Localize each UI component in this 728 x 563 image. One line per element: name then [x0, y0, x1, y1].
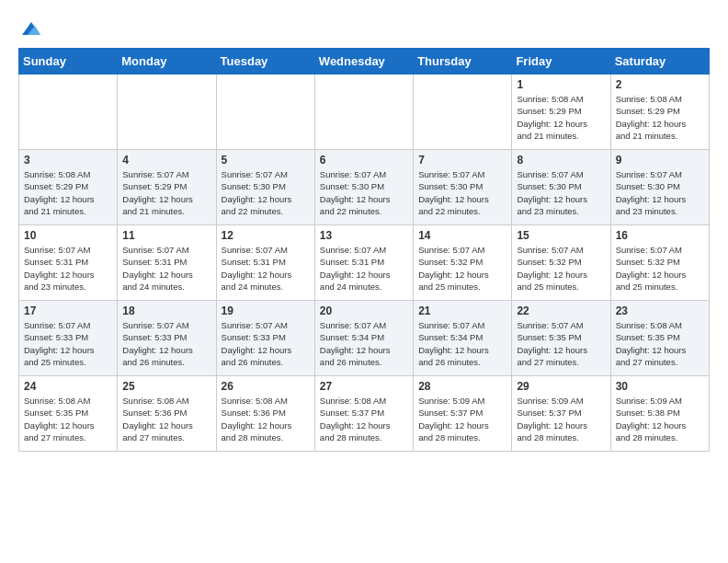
cell-info: Sunrise: 5:07 AM Sunset: 5:30 PM Dayligh…: [320, 168, 408, 217]
day-number: 29: [517, 380, 605, 393]
calendar-cell: 2Sunrise: 5:08 AM Sunset: 5:29 PM Daylig…: [610, 75, 709, 150]
calendar-cell: 9Sunrise: 5:07 AM Sunset: 5:30 PM Daylig…: [610, 150, 709, 225]
day-number: 17: [24, 304, 112, 317]
calendar-cell: 22Sunrise: 5:07 AM Sunset: 5:35 PM Dayli…: [512, 301, 610, 376]
calendar-cell: 25Sunrise: 5:08 AM Sunset: 5:36 PM Dayli…: [118, 376, 216, 452]
day-number: 5: [222, 154, 310, 167]
day-number: 4: [122, 154, 210, 167]
calendar-week-0: 1Sunrise: 5:08 AM Sunset: 5:29 PM Daylig…: [19, 75, 710, 150]
calendar-cell: 14Sunrise: 5:07 AM Sunset: 5:32 PM Dayli…: [414, 225, 512, 301]
day-number: 30: [616, 380, 704, 393]
calendar-cell: 16Sunrise: 5:07 AM Sunset: 5:32 PM Dayli…: [610, 225, 709, 301]
day-number: 26: [222, 380, 310, 393]
day-number: 24: [24, 380, 112, 393]
calendar-cell: [314, 75, 413, 150]
cell-info: Sunrise: 5:08 AM Sunset: 5:29 PM Dayligh…: [24, 168, 112, 217]
weekday-header-thursday: Thursday: [414, 49, 512, 75]
cell-info: Sunrise: 5:07 AM Sunset: 5:33 PM Dayligh…: [24, 319, 112, 368]
weekday-header-sunday: Sunday: [19, 49, 118, 75]
calendar-cell: 23Sunrise: 5:08 AM Sunset: 5:35 PM Dayli…: [610, 301, 709, 376]
calendar-cell: 21Sunrise: 5:07 AM Sunset: 5:34 PM Dayli…: [414, 301, 512, 376]
day-number: 22: [517, 304, 605, 317]
cell-info: Sunrise: 5:07 AM Sunset: 5:29 PM Dayligh…: [122, 168, 210, 217]
calendar-cell: 5Sunrise: 5:07 AM Sunset: 5:30 PM Daylig…: [216, 150, 314, 225]
logo: [18, 18, 40, 35]
calendar-cell: 29Sunrise: 5:09 AM Sunset: 5:37 PM Dayli…: [512, 376, 610, 452]
cell-info: Sunrise: 5:08 AM Sunset: 5:36 PM Dayligh…: [122, 395, 210, 443]
cell-info: Sunrise: 5:07 AM Sunset: 5:31 PM Dayligh…: [122, 244, 210, 293]
calendar-cell: 13Sunrise: 5:07 AM Sunset: 5:31 PM Dayli…: [314, 225, 413, 301]
calendar-week-4: 24Sunrise: 5:08 AM Sunset: 5:35 PM Dayli…: [19, 376, 710, 452]
cell-info: Sunrise: 5:07 AM Sunset: 5:31 PM Dayligh…: [320, 244, 408, 293]
calendar-cell: 27Sunrise: 5:08 AM Sunset: 5:37 PM Dayli…: [314, 376, 413, 452]
cell-info: Sunrise: 5:07 AM Sunset: 5:31 PM Dayligh…: [24, 244, 112, 293]
cell-info: Sunrise: 5:08 AM Sunset: 5:35 PM Dayligh…: [24, 395, 112, 443]
cell-info: Sunrise: 5:07 AM Sunset: 5:32 PM Dayligh…: [517, 244, 605, 293]
day-number: 23: [616, 304, 704, 317]
calendar-cell: 8Sunrise: 5:07 AM Sunset: 5:30 PM Daylig…: [512, 150, 610, 225]
logo-icon: [20, 18, 40, 39]
calendar-cell: 18Sunrise: 5:07 AM Sunset: 5:33 PM Dayli…: [118, 301, 216, 376]
weekday-header-tuesday: Tuesday: [216, 49, 314, 75]
day-number: 11: [122, 229, 210, 242]
weekday-header-saturday: Saturday: [610, 49, 709, 75]
calendar-cell: 10Sunrise: 5:07 AM Sunset: 5:31 PM Dayli…: [19, 225, 118, 301]
calendar-cell: 28Sunrise: 5:09 AM Sunset: 5:37 PM Dayli…: [414, 376, 512, 452]
cell-info: Sunrise: 5:08 AM Sunset: 5:35 PM Dayligh…: [616, 319, 704, 368]
calendar-week-2: 10Sunrise: 5:07 AM Sunset: 5:31 PM Dayli…: [19, 225, 710, 301]
calendar-cell: 6Sunrise: 5:07 AM Sunset: 5:30 PM Daylig…: [314, 150, 413, 225]
cell-info: Sunrise: 5:09 AM Sunset: 5:38 PM Dayligh…: [616, 395, 704, 443]
cell-info: Sunrise: 5:09 AM Sunset: 5:37 PM Dayligh…: [418, 395, 506, 443]
calendar-cell: 7Sunrise: 5:07 AM Sunset: 5:30 PM Daylig…: [414, 150, 512, 225]
calendar-cell: [19, 75, 118, 150]
cell-info: Sunrise: 5:07 AM Sunset: 5:35 PM Dayligh…: [517, 319, 605, 368]
cell-info: Sunrise: 5:07 AM Sunset: 5:32 PM Dayligh…: [616, 244, 704, 293]
calendar-cell: [216, 75, 314, 150]
day-number: 13: [320, 229, 408, 242]
day-number: 1: [517, 78, 605, 91]
calendar-cell: 3Sunrise: 5:08 AM Sunset: 5:29 PM Daylig…: [19, 150, 118, 225]
calendar-cell: 24Sunrise: 5:08 AM Sunset: 5:35 PM Dayli…: [19, 376, 118, 452]
calendar-cell: 17Sunrise: 5:07 AM Sunset: 5:33 PM Dayli…: [19, 301, 118, 376]
calendar-cell: [414, 75, 512, 150]
calendar-cell: 19Sunrise: 5:07 AM Sunset: 5:33 PM Dayli…: [216, 301, 314, 376]
page: SundayMondayTuesdayWednesdayThursdayFrid…: [0, 0, 728, 461]
cell-info: Sunrise: 5:07 AM Sunset: 5:30 PM Dayligh…: [418, 168, 506, 217]
calendar-cell: 11Sunrise: 5:07 AM Sunset: 5:31 PM Dayli…: [118, 225, 216, 301]
cell-info: Sunrise: 5:07 AM Sunset: 5:34 PM Dayligh…: [320, 319, 408, 368]
calendar-cell: 12Sunrise: 5:07 AM Sunset: 5:31 PM Dayli…: [216, 225, 314, 301]
weekday-header-monday: Monday: [118, 49, 216, 75]
cell-info: Sunrise: 5:07 AM Sunset: 5:30 PM Dayligh…: [616, 168, 704, 217]
day-number: 2: [616, 78, 704, 91]
weekday-header-row: SundayMondayTuesdayWednesdayThursdayFrid…: [19, 49, 710, 75]
cell-info: Sunrise: 5:07 AM Sunset: 5:33 PM Dayligh…: [122, 319, 210, 368]
day-number: 12: [222, 229, 310, 242]
calendar-cell: [118, 75, 216, 150]
cell-info: Sunrise: 5:07 AM Sunset: 5:32 PM Dayligh…: [418, 244, 506, 293]
day-number: 19: [222, 304, 310, 317]
cell-info: Sunrise: 5:07 AM Sunset: 5:34 PM Dayligh…: [418, 319, 506, 368]
calendar-cell: 30Sunrise: 5:09 AM Sunset: 5:38 PM Dayli…: [610, 376, 709, 452]
weekday-header-friday: Friday: [512, 49, 610, 75]
cell-info: Sunrise: 5:08 AM Sunset: 5:29 PM Dayligh…: [616, 93, 704, 142]
day-number: 28: [418, 380, 506, 393]
day-number: 25: [122, 380, 210, 393]
cell-info: Sunrise: 5:09 AM Sunset: 5:37 PM Dayligh…: [517, 395, 605, 443]
calendar-week-1: 3Sunrise: 5:08 AM Sunset: 5:29 PM Daylig…: [19, 150, 710, 225]
logo-text: [18, 18, 40, 39]
day-number: 21: [418, 304, 506, 317]
calendar-cell: 1Sunrise: 5:08 AM Sunset: 5:29 PM Daylig…: [512, 75, 610, 150]
calendar-week-3: 17Sunrise: 5:07 AM Sunset: 5:33 PM Dayli…: [19, 301, 710, 376]
calendar-cell: 15Sunrise: 5:07 AM Sunset: 5:32 PM Dayli…: [512, 225, 610, 301]
day-number: 16: [616, 229, 704, 242]
calendar-cell: 4Sunrise: 5:07 AM Sunset: 5:29 PM Daylig…: [118, 150, 216, 225]
calendar-cell: 26Sunrise: 5:08 AM Sunset: 5:36 PM Dayli…: [216, 376, 314, 452]
day-number: 7: [418, 154, 506, 167]
calendar-table: SundayMondayTuesdayWednesdayThursdayFrid…: [18, 48, 710, 452]
day-number: 14: [418, 229, 506, 242]
day-number: 6: [320, 154, 408, 167]
day-number: 3: [24, 154, 112, 167]
weekday-header-wednesday: Wednesday: [314, 49, 413, 75]
cell-info: Sunrise: 5:07 AM Sunset: 5:30 PM Dayligh…: [222, 168, 310, 217]
day-number: 20: [320, 304, 408, 317]
